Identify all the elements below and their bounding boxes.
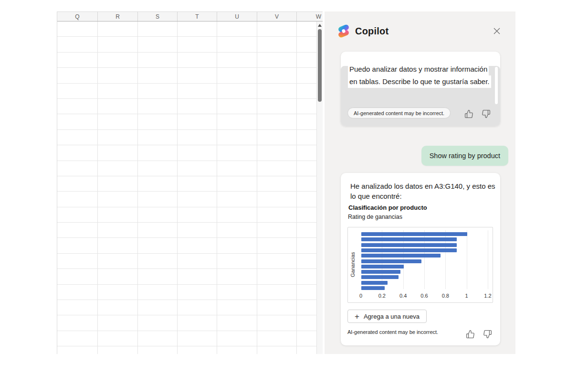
column-header-w[interactable]: W [297, 12, 323, 21]
grid-cell[interactable] [138, 84, 178, 99]
scroll-up-arrow-icon[interactable] [318, 24, 322, 27]
vertical-scrollbar[interactable] [316, 21, 323, 354]
add-to-new-sheet-button[interactable]: + Agrega a una nueva [347, 310, 427, 323]
grid-cell[interactable] [98, 145, 138, 161]
grid-cell[interactable] [217, 176, 257, 192]
grid-cell[interactable] [257, 21, 297, 37]
grid-cell[interactable] [178, 315, 217, 331]
grid-cell[interactable] [57, 21, 98, 37]
grid-cell[interactable] [217, 99, 257, 114]
grid-cell[interactable] [217, 300, 257, 315]
grid-cell[interactable] [57, 207, 98, 223]
grid-cell[interactable] [257, 192, 297, 207]
grid-cell[interactable] [178, 207, 217, 223]
grid-cell[interactable] [57, 68, 98, 83]
grid-cell[interactable] [138, 37, 178, 52]
thumbs-up-icon[interactable] [465, 329, 475, 339]
grid-cell[interactable] [138, 99, 178, 114]
grid-cell[interactable] [217, 285, 257, 300]
grid-cell[interactable] [98, 315, 138, 331]
grid-cell[interactable] [138, 145, 178, 161]
grid-cell[interactable] [257, 238, 297, 253]
grid-cell[interactable] [98, 21, 138, 37]
grid-cell[interactable] [257, 145, 297, 161]
grid-cell[interactable] [217, 68, 257, 83]
grid-cell[interactable] [217, 84, 257, 99]
grid-cell[interactable] [178, 300, 217, 315]
grid-cell[interactable] [257, 37, 297, 52]
grid-cell[interactable] [138, 300, 178, 315]
grid-cell[interactable] [98, 331, 138, 346]
grid-cell[interactable] [178, 68, 217, 83]
grid-cell[interactable] [178, 37, 217, 52]
grid-cell[interactable] [257, 130, 297, 145]
grid-cell[interactable] [98, 346, 138, 354]
grid-cell[interactable] [98, 285, 138, 300]
grid-cell[interactable] [57, 37, 98, 52]
grid-cell[interactable] [57, 346, 98, 354]
grid-cell[interactable] [217, 192, 257, 207]
grid-cell[interactable] [138, 68, 178, 83]
column-header-v[interactable]: V [257, 12, 297, 21]
grid-cell[interactable] [257, 53, 297, 68]
column-header-s[interactable]: S [138, 12, 178, 21]
grid-cell[interactable] [217, 130, 257, 145]
close-icon[interactable] [492, 26, 502, 36]
grid-cell[interactable] [257, 315, 297, 331]
grid-cell[interactable] [217, 145, 257, 161]
thumbs-down-icon[interactable] [483, 329, 493, 339]
grid-cell[interactable] [178, 176, 217, 192]
grid-cell[interactable] [98, 254, 138, 269]
grid-cell[interactable] [178, 346, 217, 354]
grid-cell[interactable] [178, 161, 217, 176]
grid-cell[interactable] [138, 223, 178, 238]
grid-cell[interactable] [57, 254, 98, 269]
grid-cell[interactable] [57, 223, 98, 238]
grid-cell[interactable] [257, 269, 297, 284]
grid-cell[interactable] [178, 53, 217, 68]
grid-cell[interactable] [257, 161, 297, 176]
grid-cell[interactable] [98, 68, 138, 83]
grid-cell[interactable] [138, 192, 178, 207]
grid-cell[interactable] [217, 238, 257, 253]
grid-cell[interactable] [178, 269, 217, 284]
grid-cell[interactable] [138, 315, 178, 331]
grid-cell[interactable] [257, 68, 297, 83]
grid-cell[interactable] [138, 114, 178, 129]
grid-cell[interactable] [257, 285, 297, 300]
grid-cell[interactable] [57, 315, 98, 331]
grid-cell[interactable] [257, 331, 297, 346]
grid-cell[interactable] [217, 21, 257, 37]
grid-cell[interactable] [57, 300, 98, 315]
grid-cell[interactable] [98, 161, 138, 176]
grid-cell[interactable] [257, 346, 297, 354]
grid-cell[interactable] [257, 114, 297, 129]
grid-cell[interactable] [257, 84, 297, 99]
grid-cell[interactable] [178, 254, 217, 269]
grid-cell[interactable] [217, 331, 257, 346]
grid-cell[interactable] [178, 331, 217, 346]
grid-cell[interactable] [98, 269, 138, 284]
scrollbar-thumb[interactable] [318, 29, 322, 102]
grid-cell[interactable] [217, 269, 257, 284]
grid-cell[interactable] [178, 285, 217, 300]
grid-cell[interactable] [217, 223, 257, 238]
column-header-r[interactable]: R [98, 12, 138, 21]
grid-cell[interactable] [178, 130, 217, 145]
grid-cell[interactable] [178, 84, 217, 99]
grid-cell[interactable] [257, 223, 297, 238]
grid-cell[interactable] [98, 84, 138, 99]
grid-cell[interactable] [138, 130, 178, 145]
grid-cell[interactable] [98, 192, 138, 207]
grid-cell[interactable] [98, 238, 138, 253]
grid-cell[interactable] [178, 114, 217, 129]
grid-cell[interactable] [138, 269, 178, 284]
grid-cell[interactable] [178, 192, 217, 207]
grid-cell[interactable] [138, 331, 178, 346]
grid-cell[interactable] [217, 37, 257, 52]
grid-cell[interactable] [57, 99, 98, 114]
grid-cell[interactable] [57, 331, 98, 346]
grid-cell[interactable] [57, 161, 98, 176]
grid-cell[interactable] [98, 176, 138, 192]
grid-cell[interactable] [178, 99, 217, 114]
